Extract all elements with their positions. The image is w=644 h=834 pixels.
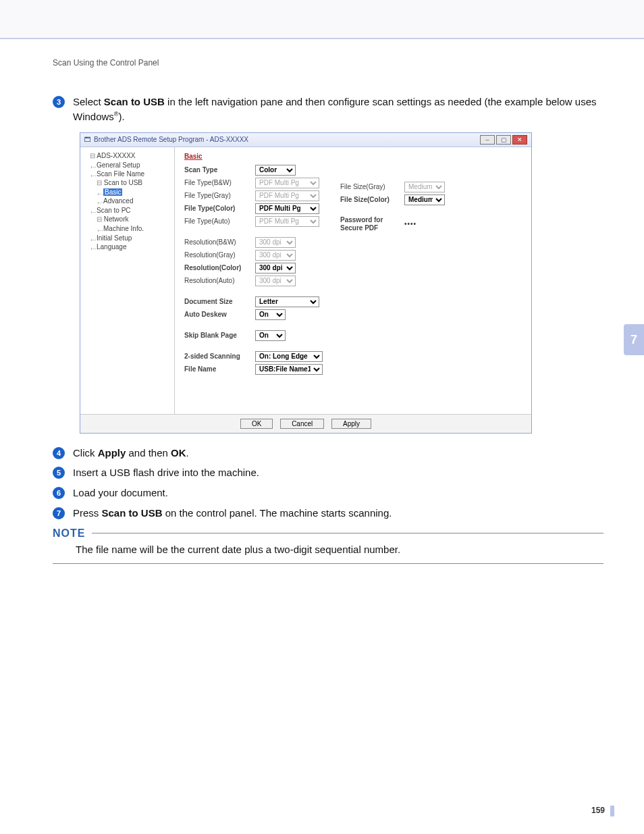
tree-root[interactable]: ADS-XXXXX [90,151,171,160]
ok-button[interactable]: OK [240,419,273,429]
close-button[interactable]: ✕ [512,135,527,145]
step-7-badge: 7 [53,507,65,519]
section-header: Scan Using the Control Panel [53,58,603,68]
pw-label: Password for Secure PDF [340,216,404,232]
step-4: 4 Click Apply and then OK. [53,446,603,461]
skip-blank-select[interactable]: On [255,330,286,341]
window-titlebar: 🗔 Brother ADS Remote Setup Program - ADS… [80,133,531,147]
tree-scan-to-pc[interactable]: Scan to PC [97,206,171,215]
step-6: 6 Load your document. [53,486,603,500]
window-body: ADS-XXXXX General Setup Scan File Name S… [80,147,531,414]
top-bar [0,0,644,39]
settings-col2: File Size(Gray)Medium File Size(Color)Me… [340,181,475,234]
step-6-text: Load your document. [73,486,168,500]
step-7-pre: Press [73,507,102,519]
note-rule-bottom [53,563,603,564]
step-5-text: Insert a USB flash drive into the machin… [73,465,259,480]
settings-panel: Basic Scan TypeColor File Type(B&W)PDF M… [175,147,531,414]
maximize-button[interactable]: ▢ [496,135,511,145]
page-mark [610,806,614,816]
registered-mark: ® [114,111,119,118]
step-5: 5 Insert a USB flash drive into the mach… [53,465,603,480]
fs-gray-label: File Size(Gray) [340,183,404,190]
window-app-icon: 🗔 [84,136,91,143]
res-bw-label: Resolution(B&W) [184,238,255,246]
tree-network[interactable]: Network [97,215,171,224]
ft-color-label: File Type(Color) [184,205,255,212]
ft-bw-label: File Type(B&W) [184,179,255,186]
scan-type-select[interactable]: Color [255,165,296,176]
fs-gray-select[interactable]: Medium [404,182,445,192]
res-auto-select[interactable]: 300 dpi [255,276,296,286]
file-name-label: File Name [184,365,255,373]
fs-color-label: File Size(Color) [340,196,404,203]
step-4-b1: Apply [98,447,126,459]
panel-heading: Basic [184,153,522,160]
tree-initial-setup[interactable]: Initial Setup [97,234,171,242]
cancel-button[interactable]: Cancel [280,419,324,429]
minimize-button[interactable]: – [480,135,495,145]
note-rule-top [92,533,603,533]
window-title: Brother ADS Remote Setup Program - ADS-X… [94,136,480,143]
page-number: 159 [591,806,605,815]
window-controls: – ▢ ✕ [480,135,527,145]
ft-gray-select[interactable]: PDF Multi Pg [255,190,319,201]
res-color-select[interactable]: 300 dpi [255,263,296,273]
auto-deskew-label: Auto Deskew [184,311,255,318]
tree-general-setup[interactable]: General Setup [97,161,171,170]
auto-deskew-select[interactable]: On [255,309,286,320]
doc-size-select[interactable]: Letter [255,296,319,307]
nav-tree[interactable]: ADS-XXXXX General Setup Scan File Name S… [80,147,175,414]
scan-type-label: Scan Type [184,166,255,174]
dialog-buttons: OK Cancel Apply [80,414,531,433]
step-7: 7 Press Scan to USB on the control panel… [53,506,603,521]
step-7-post: on the control panel. The machine starts… [163,507,392,519]
step-4-b2: OK [171,447,186,459]
page-content: Scan Using the Control Panel 3 Select Sc… [0,39,644,564]
step-4-pre: Click [73,447,98,459]
step-4-mid: and then [126,447,171,459]
doc-size-label: Document Size [184,298,255,305]
step-7-text: Press Scan to USB on the control panel. … [73,506,392,521]
file-name-select[interactable]: USB:File Name1 [255,364,323,375]
two-sided-select[interactable]: On: Long Edge [255,351,323,362]
tree-basic[interactable]: Basic [103,188,171,197]
apply-button[interactable]: Apply [331,419,371,429]
step-3-text: Select Scan to USB in the left navigatio… [73,95,603,124]
ft-color-select[interactable]: PDF Multi Pg [255,203,319,214]
res-auto-label: Resolution(Auto) [184,277,255,284]
tree-basic-label: Basic [103,188,122,196]
step-5-badge: 5 [53,467,65,479]
note-heading-row: NOTE [53,527,603,540]
step-4-badge: 4 [53,447,65,459]
step-3: 3 Select Scan to USB in the left navigat… [53,95,603,124]
res-gray-label: Resolution(Gray) [184,251,255,259]
tree-scan-to-usb[interactable]: Scan to USB [97,178,171,187]
tree-machine-info[interactable]: Machine Info. [103,224,171,233]
step-3-pre: Select [73,96,104,107]
step-7-b1: Scan to USB [102,507,163,519]
note-body: The file name will be the current date p… [53,540,603,563]
fs-color-select[interactable]: Medium [404,194,445,205]
res-bw-select[interactable]: 300 dpi [255,237,296,248]
note-heading: NOTE [53,527,85,540]
remote-setup-window: 🗔 Brother ADS Remote Setup Program - ADS… [80,132,532,434]
tree-language[interactable]: Language [97,242,171,251]
step-4-text: Click Apply and then OK. [73,446,189,461]
ft-auto-label: File Type(Auto) [184,217,255,225]
ft-bw-select[interactable]: PDF Multi Pg [255,178,319,188]
two-sided-label: 2-sided Scanning [184,353,255,360]
step-3-post2: ). [119,111,125,122]
ft-gray-label: File Type(Gray) [184,192,255,199]
res-color-label: Resolution(Color) [184,264,255,271]
step-6-badge: 6 [53,487,65,499]
pw-value: •••• [404,220,417,228]
tree-advanced[interactable]: Advanced [103,197,171,205]
skip-blank-label: Skip Blank Page [184,332,255,339]
side-tab: 7 [624,324,644,355]
res-gray-select[interactable]: 300 dpi [255,250,296,261]
step-3-bold: Scan to USB [104,96,165,107]
ft-auto-select[interactable]: PDF Multi Pg [255,216,319,227]
tree-scan-file-name[interactable]: Scan File Name [97,170,171,178]
step-3-badge: 3 [53,96,65,108]
